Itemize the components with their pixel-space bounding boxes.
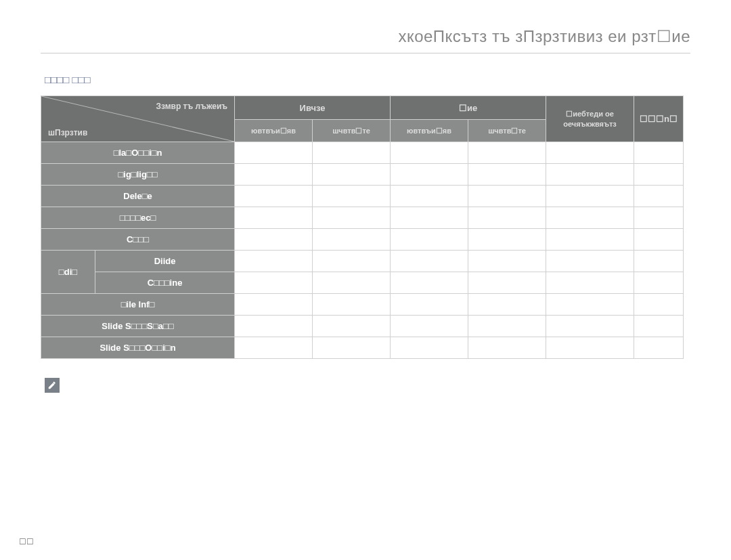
- row-label: □la□O□□i□n: [41, 142, 235, 164]
- row-label: □ile Inf□: [41, 294, 235, 316]
- diag-bottom-label: шПзрзтив: [48, 128, 87, 137]
- note-icon: [45, 378, 60, 393]
- col-header-background: ☐иебтеди ое оечяъкжвяътз: [546, 96, 634, 142]
- note-row: [41, 378, 690, 393]
- diag-top-label: Ззмвр тъ лъжеиъ: [156, 102, 227, 112]
- sub-header: шчвтв☐те: [468, 120, 546, 142]
- divider: [41, 53, 690, 53]
- row-sublabel: C□□□ine: [95, 272, 235, 294]
- sub-header: ювтвъи☐яв: [235, 120, 313, 142]
- feature-table: Ззмвр тъ лъжеиъ шПзрзтив Ивчзе ☐ие ☐иебт…: [41, 95, 684, 359]
- sub-header: ювтвъи☐яв: [391, 120, 468, 142]
- row-label: Slide S□□□O□□i□n: [41, 337, 235, 359]
- row-sublabel: Diide: [95, 251, 235, 272]
- row-label: □ig□lig□□: [41, 164, 235, 186]
- col-header-movie: ☐ие: [391, 96, 546, 120]
- page-number: ☐☐: [19, 537, 34, 546]
- row-label: C□□□: [41, 229, 235, 251]
- row-label-edit: □di□: [41, 251, 95, 294]
- col-header-other: ☐☐☐n☐: [634, 96, 684, 142]
- row-label: Dele□e: [41, 186, 235, 207]
- row-label: Slide S□□□S□a□□: [41, 316, 235, 337]
- table-header-diagonal: Ззмвр тъ лъжеиъ шПзрзтив: [41, 96, 235, 142]
- sub-header: шчвтв☐те: [313, 120, 391, 142]
- col-header-image: Ивчзе: [235, 96, 391, 120]
- chapter-title: хкоеПксътз тъ зПзрзтивиз еи рзт☐ие: [41, 0, 690, 53]
- row-label: □□□□ec□: [41, 207, 235, 229]
- section-title: □□□□ □□□: [41, 67, 690, 95]
